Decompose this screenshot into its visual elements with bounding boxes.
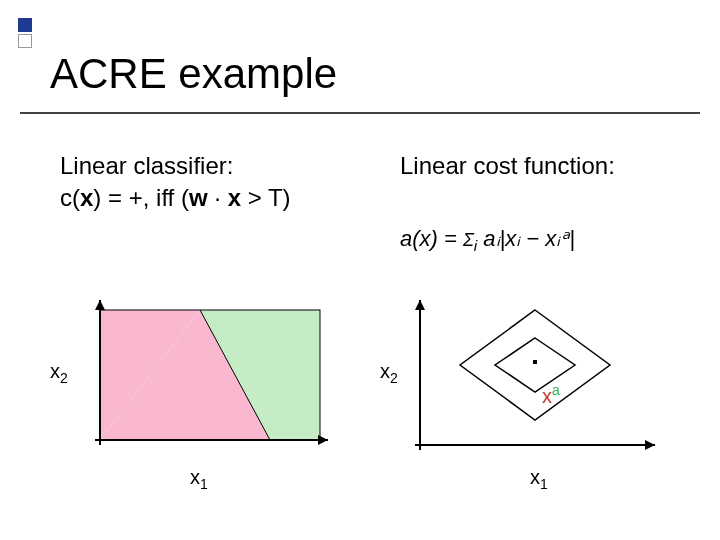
xa-sup: a xyxy=(552,382,560,398)
y-axis-arrow-icon xyxy=(95,300,105,310)
contour-inner xyxy=(495,338,575,392)
right-heading-text: Linear cost function: xyxy=(400,152,615,179)
x-axis-arrow-icon xyxy=(318,435,328,445)
slide-title: ACRE example xyxy=(50,50,337,98)
label-text: x xyxy=(380,360,390,382)
y-axis-arrow-icon xyxy=(415,300,425,310)
right-formula-prefix: a(x) = xyxy=(400,226,463,251)
right-column: Linear cost function: a(x) = Σi aᵢ|xᵢ − … xyxy=(400,150,720,255)
cost-svg xyxy=(400,300,660,460)
slide-accent xyxy=(18,18,32,48)
left-heading-text: Linear classifier: xyxy=(60,152,233,179)
contour-outer xyxy=(460,310,610,420)
left-heading: Linear classifier: c(x) = +, iff (w · x … xyxy=(60,150,380,220)
label-sub: 2 xyxy=(60,370,68,386)
accent-square-light xyxy=(18,34,32,48)
cost-plot xyxy=(400,300,660,464)
right-x-label: x1 xyxy=(530,466,548,492)
accent-square-dark xyxy=(18,18,32,32)
label-sub: 1 xyxy=(200,476,208,492)
x-axis-arrow-icon xyxy=(645,440,655,450)
right-formula: a(x) = Σi aᵢ|xᵢ − xᵢᵃ| xyxy=(400,226,720,255)
sigma-icon: Σ xyxy=(463,230,474,250)
left-column: Linear classifier: c(x) = +, iff (w · x … xyxy=(60,150,380,220)
xa-point-label: xa xyxy=(542,382,560,408)
label-text: x xyxy=(190,466,200,488)
left-formula: c(x) = +, iff (w · x > T) xyxy=(60,184,291,211)
left-x-label: x1 xyxy=(190,466,208,492)
left-y-label: x2 xyxy=(50,360,68,386)
label-text: x xyxy=(530,466,540,488)
label-text: x xyxy=(50,360,60,382)
right-y-label: x2 xyxy=(380,360,398,386)
classifier-svg xyxy=(70,300,330,460)
center-point-icon xyxy=(533,360,537,364)
right-formula-body: aᵢ|xᵢ − xᵢᵃ| xyxy=(477,226,575,251)
right-heading: Linear cost function: xyxy=(400,150,720,220)
label-sub: 2 xyxy=(390,370,398,386)
label-sub: 1 xyxy=(540,476,548,492)
classifier-plot xyxy=(70,300,330,464)
title-divider xyxy=(20,112,700,114)
xa-base: x xyxy=(542,385,552,407)
